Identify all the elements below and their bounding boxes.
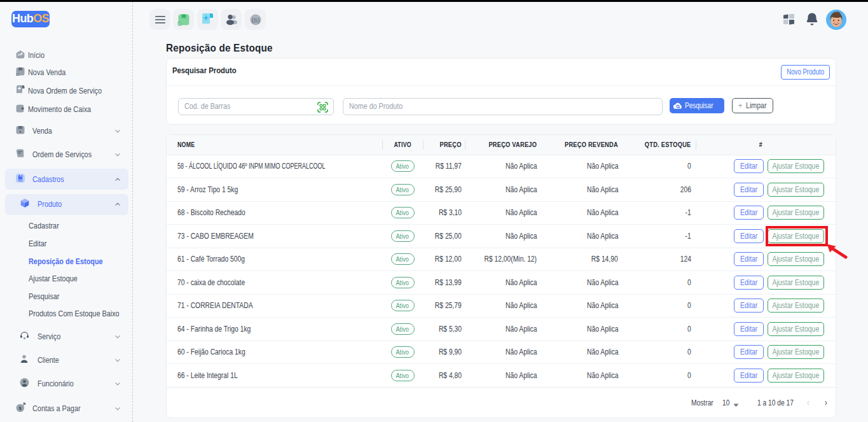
- svg-text:(S): (S): [251, 16, 259, 23]
- svg-text:$: $: [19, 405, 22, 411]
